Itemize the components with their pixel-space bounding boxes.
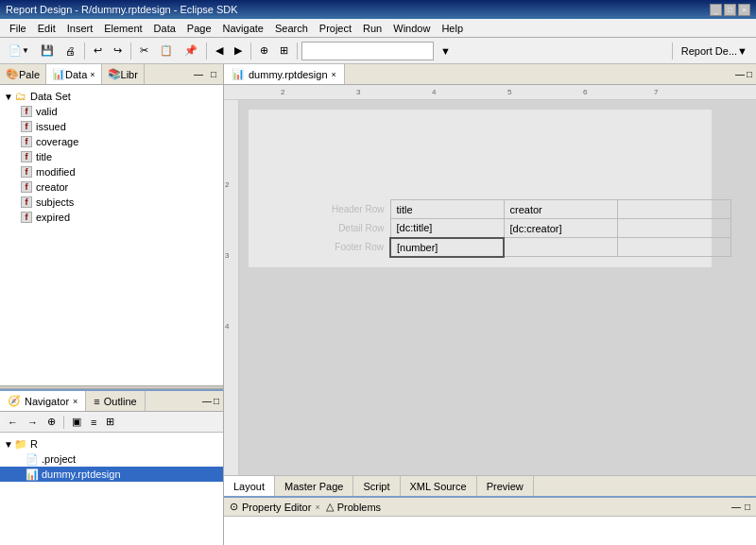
- toolbar-misc-button[interactable]: ⊕: [255, 41, 273, 61]
- tab-script[interactable]: Script: [353, 476, 400, 496]
- nav-filter-button[interactable]: ≡: [87, 415, 100, 430]
- search-input[interactable]: [301, 42, 434, 60]
- footer-cell-empty1[interactable]: [504, 238, 617, 257]
- toolbar-print-button[interactable]: 🖨: [60, 41, 80, 61]
- toolbar-save-button[interactable]: 💾: [36, 41, 59, 61]
- menu-project[interactable]: Project: [314, 21, 357, 36]
- tree-item-issued[interactable]: f issued: [0, 119, 223, 134]
- toolbar-forward-button[interactable]: ▶: [230, 41, 247, 61]
- menu-insert[interactable]: Insert: [61, 21, 99, 36]
- search-dropdown-button[interactable]: ▼: [436, 41, 455, 61]
- rptdesign-file-label: dummy.rptdesign: [42, 468, 121, 480]
- header-cell-creator[interactable]: creator: [504, 200, 617, 219]
- tree-item-title[interactable]: f title: [0, 149, 223, 164]
- footer-cell-empty2[interactable]: [617, 238, 730, 257]
- property-editor-content: [224, 517, 756, 545]
- left-panel: 🎨 Pale 📊 Data × 📚 Libr — □: [0, 64, 224, 545]
- minimize-panel-button[interactable]: —: [191, 68, 206, 80]
- dropdown-icon: ▼: [737, 45, 747, 57]
- toolbar: 📄▼ 💾 🖨 ↩ ↪ ✂ 📋 📌 ◀ ▶ ⊕ ⊞ ▼ Report De... …: [0, 38, 756, 64]
- menu-help[interactable]: Help: [436, 21, 469, 36]
- menu-data[interactable]: Data: [148, 21, 181, 36]
- tree-item-modified[interactable]: f modified: [0, 164, 223, 179]
- tab-master-page[interactable]: Master Page: [275, 476, 353, 496]
- tab-xml-source[interactable]: XML Source: [401, 476, 477, 496]
- detail-cell-title[interactable]: [dc:title]: [390, 219, 504, 238]
- minimize-button[interactable]: _: [710, 4, 722, 16]
- tree-item-creator[interactable]: f creator: [0, 179, 223, 195]
- menu-file[interactable]: File: [4, 21, 32, 36]
- tree-item-subjects[interactable]: f subjects: [0, 195, 223, 210]
- menu-page[interactable]: Page: [181, 21, 217, 36]
- dataset-root-label: Data Set: [30, 91, 71, 102]
- editor-tab-dummy[interactable]: 📊 dummy.rptdesign ×: [224, 64, 345, 84]
- header-cell-empty[interactable]: [617, 200, 730, 219]
- menu-navigate[interactable]: Navigate: [217, 21, 269, 36]
- field-label-expired: expired: [36, 212, 70, 223]
- ruler-mark-7: 7: [654, 88, 658, 96]
- nav-collapse-button[interactable]: ▣: [68, 414, 85, 430]
- close-button[interactable]: ×: [738, 4, 750, 16]
- toolbar-misc2-button[interactable]: ⊞: [275, 41, 293, 61]
- data-tree: ▼ 🗂 Data Set f valid f: [0, 85, 223, 385]
- nav-maximize-button[interactable]: □: [214, 396, 219, 406]
- tree-dataset-root[interactable]: ▼ 🗂 Data Set: [0, 89, 223, 104]
- navigator-root-r[interactable]: ▼ 📁 R: [0, 436, 223, 451]
- field-label-title: title: [36, 151, 52, 162]
- title-bar-buttons[interactable]: _ □ ×: [710, 4, 750, 16]
- menu-edit[interactable]: Edit: [32, 21, 61, 36]
- tree-item-valid[interactable]: f valid: [0, 104, 223, 119]
- toolbar-paste-button[interactable]: 📌: [180, 41, 202, 61]
- toolbar-copy-button[interactable]: 📋: [155, 41, 178, 61]
- menu-element[interactable]: Element: [98, 21, 147, 36]
- toolbar-cut-button[interactable]: ✂: [135, 41, 153, 61]
- tab-navigator[interactable]: 🧭 Navigator ×: [0, 391, 86, 411]
- menu-run[interactable]: Run: [357, 21, 387, 36]
- canvas-scroll[interactable]: 2 3 4 Header Row: [224, 100, 756, 475]
- menu-search[interactable]: Search: [269, 21, 314, 36]
- toolbar-redo-button[interactable]: ↪: [109, 41, 127, 61]
- toolbar-undo-button[interactable]: ↩: [89, 41, 107, 61]
- toolbar-separator-5: [297, 43, 298, 60]
- nav-up-button[interactable]: ⊕: [43, 414, 60, 430]
- nav-link-button[interactable]: ⊞: [102, 414, 118, 430]
- canvas-content: Header Row title creator Detail Row [dc:…: [239, 100, 756, 475]
- field-icon-issued: f: [19, 120, 34, 133]
- tab-data-close[interactable]: ×: [90, 70, 94, 79]
- detail-cell-empty[interactable]: [617, 219, 730, 238]
- tab-data[interactable]: 📊 Data ×: [46, 64, 102, 84]
- menu-window[interactable]: Window: [387, 21, 436, 36]
- toolbar-back-button[interactable]: ◀: [211, 41, 228, 61]
- tab-preview[interactable]: Preview: [477, 476, 534, 496]
- maximize-panel-button[interactable]: □: [208, 68, 219, 80]
- toggle-r-root[interactable]: ▼: [4, 439, 13, 450]
- outline-icon: ≡: [94, 396, 99, 407]
- report-design-button[interactable]: Report De... ▼: [677, 41, 752, 61]
- tab-layout[interactable]: Layout: [224, 476, 275, 496]
- detail-cell-creator[interactable]: [dc:creator]: [504, 219, 617, 238]
- maximize-button[interactable]: □: [724, 4, 736, 16]
- editor-minimize-button[interactable]: —: [735, 69, 745, 79]
- save-icon: 💾: [41, 44, 54, 57]
- tree-item-coverage[interactable]: f coverage: [0, 134, 223, 149]
- nav-forward-button[interactable]: →: [24, 415, 42, 430]
- editor-maximize-button[interactable]: □: [747, 69, 752, 79]
- nav-back-button[interactable]: ←: [4, 415, 22, 430]
- editor-tab-close[interactable]: ×: [332, 70, 336, 79]
- toolbar-separator-1: [84, 43, 85, 60]
- navigator-item-rptdesign[interactable]: 📊 dummy.rptdesign: [0, 467, 223, 482]
- tree-item-expired[interactable]: f expired: [0, 210, 223, 225]
- tab-library[interactable]: 📚 Libr: [102, 64, 145, 84]
- header-cell-title[interactable]: title: [390, 200, 504, 219]
- editor-tab-bar: 📊 dummy.rptdesign × — □: [224, 64, 756, 85]
- toggle-dataset[interactable]: ▼: [4, 92, 13, 102]
- toolbar-new-button[interactable]: 📄▼: [4, 41, 34, 61]
- navigator-item-project[interactable]: 📄 .project: [0, 451, 223, 467]
- prop-maximize-btn[interactable]: □: [745, 502, 750, 512]
- tab-outline[interactable]: ≡ Outline: [86, 391, 145, 411]
- footer-cell-number[interactable]: [number]: [390, 238, 504, 257]
- prop-minimize-btn[interactable]: —: [731, 502, 741, 512]
- tab-palette[interactable]: 🎨 Pale: [0, 64, 46, 84]
- nav-minimize-button[interactable]: —: [202, 396, 212, 406]
- tab-navigator-close[interactable]: ×: [73, 397, 77, 406]
